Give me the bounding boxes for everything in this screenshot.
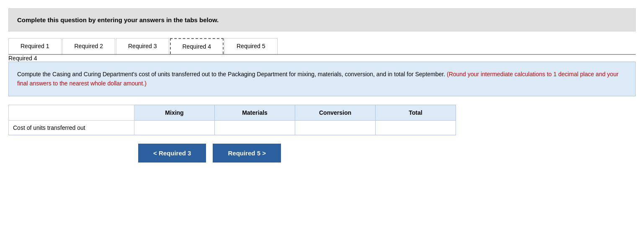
table-section: Mixing Materials Conversion Total Cost o… bbox=[8, 105, 636, 135]
tab-required-5[interactable]: Required 5 bbox=[224, 38, 278, 54]
conversion-input-cell[interactable] bbox=[295, 120, 376, 135]
empty-header bbox=[9, 105, 134, 120]
instruction-text: Complete this question by entering your … bbox=[17, 16, 219, 23]
tab-overlay: Required 4 bbox=[8, 55, 636, 62]
tabs-container: Required 1 Required 2 Required 3 Require… bbox=[8, 38, 636, 55]
col-header-conversion: Conversion bbox=[295, 105, 376, 120]
mixing-input[interactable] bbox=[134, 121, 214, 135]
conversion-input[interactable] bbox=[295, 121, 375, 135]
tabs-wrapper: Required 1 Required 2 Required 3 Require… bbox=[8, 38, 636, 62]
nav-buttons: < Required 3 Required 5 > bbox=[138, 144, 636, 163]
col-header-materials: Materials bbox=[215, 105, 295, 120]
row-label: Cost of units transferred out bbox=[9, 120, 134, 135]
content-main-text: Compute the Casing and Curing Department… bbox=[17, 71, 445, 77]
materials-input[interactable] bbox=[215, 121, 295, 135]
tab-required-1[interactable]: Required 1 bbox=[8, 38, 62, 54]
instruction-banner: Complete this question by entering your … bbox=[8, 8, 636, 31]
tab-required-2[interactable]: Required 2 bbox=[62, 38, 116, 54]
content-area: Compute the Casing and Curing Department… bbox=[8, 62, 636, 96]
col-header-total: Total bbox=[376, 105, 456, 120]
page-wrapper: Complete this question by entering your … bbox=[0, 0, 644, 171]
prev-button[interactable]: < Required 3 bbox=[138, 144, 206, 163]
col-header-mixing: Mixing bbox=[134, 105, 215, 120]
cost-table: Mixing Materials Conversion Total Cost o… bbox=[8, 105, 456, 135]
next-button[interactable]: Required 5 > bbox=[213, 144, 281, 163]
tab-required-3[interactable]: Required 3 bbox=[116, 38, 169, 54]
table-row: Cost of units transferred out bbox=[9, 120, 456, 135]
total-input-cell[interactable] bbox=[376, 120, 456, 135]
materials-input-cell[interactable] bbox=[215, 120, 295, 135]
total-input[interactable] bbox=[376, 121, 456, 135]
mixing-input-cell[interactable] bbox=[134, 120, 215, 135]
tab-required-4[interactable]: Required 4 bbox=[170, 38, 224, 54]
